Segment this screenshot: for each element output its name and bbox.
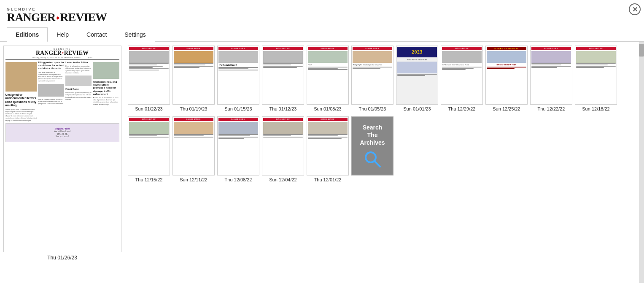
featured-thumbnail: GLENDIVE RANGER✦REVIEW Thursday, January… [3, 46, 121, 252]
list-item[interactable]: RANGER·REVIEWCPS report: New Yellowstone… [441, 46, 483, 111]
edition-date: Sun 12/04/22 [269, 177, 296, 182]
search-archives-label: SearchTheArchives [360, 124, 385, 147]
list-item[interactable]: RANGER·REVIEW Sun 12/04/22 [262, 116, 304, 182]
edition-date: Sun 01/01/23 [403, 106, 431, 111]
close-button[interactable]: ✕ [629, 3, 641, 15]
search-archives-tile[interactable]: SearchTheArchives [351, 116, 393, 175]
edition-date: Thu 01/05/23 [359, 106, 386, 111]
logo-area: GLENDIVE RANGER✦REVIEW [7, 8, 107, 23]
edition-thumbnail: RANGER·REVIEW [128, 46, 170, 105]
list-item[interactable]: Merry ChristmasRING IN THE NEW YEAR Sun … [485, 46, 528, 111]
editions-row-1: RANGER·REVIEW Sun 01/22/23 RANGER·REVIEW… [128, 46, 636, 111]
tab-editions[interactable]: Editions [7, 27, 48, 42]
list-item[interactable]: RANGER·REVIEW Sun 12/18/22 [575, 46, 617, 111]
edition-date: Sun 12/18/22 [582, 106, 609, 111]
edition-thumbnail: RANGER·REVIEWIt's the Wild West! [217, 46, 259, 105]
tab-contact[interactable]: Contact [78, 27, 116, 42]
list-item[interactable]: RANGER·REVIEW Thu 12/01/22 [307, 116, 349, 182]
list-item[interactable]: RANGER·REVIEW Thu 12/22/22 [530, 46, 572, 111]
featured-newspaper: GLENDIVE RANGER✦REVIEW Thursday, January… [4, 46, 121, 252]
svg-line-1 [375, 161, 380, 167]
scrollbar-thumb[interactable] [639, 44, 644, 57]
editions-row-2: RANGER·REVIEW Thu 12/15/22 RANGER-RANGER… [128, 116, 636, 182]
edition-thumbnail: RANGER·REVIEW [575, 46, 617, 105]
list-item[interactable]: 2023RING IN THE NEW YEAR Sun 01/01/23 [396, 46, 438, 111]
list-item[interactable]: RANGER-RANGER Sun 12/11/22 [172, 116, 215, 182]
edition-thumbnail: RANGER·REVIEW [530, 46, 572, 105]
logo-main: RANGER✦REVIEW [7, 11, 107, 23]
edition-date: Thu 12/08/22 [225, 177, 252, 182]
edition-date: Thu 12/15/22 [135, 177, 163, 182]
nav-tabs: Editions Help Contact Settings [0, 27, 644, 42]
featured-label: Thu 01/26/23 [47, 255, 77, 261]
edition-thumbnail: RANGER·REVIEW [262, 116, 304, 175]
edition-date: Thu 12/29/22 [448, 106, 476, 111]
search-icon [363, 150, 382, 168]
list-item[interactable]: RANGER·REVIEW Thu 01/12/23 [262, 46, 304, 111]
main-content: GLENDIVE RANGER✦REVIEW Thursday, January… [0, 42, 644, 283]
edition-date: Sun 01/08/23 [314, 106, 341, 111]
edition-date: Thu 01/19/23 [180, 106, 207, 111]
edition-thumbnail: Merry ChristmasRING IN THE NEW YEAR [485, 46, 528, 105]
edition-thumbnail: RANGER·REVIEW [217, 116, 259, 175]
editions-grid[interactable]: RANGER·REVIEW Sun 01/22/23 RANGER·REVIEW… [124, 42, 644, 283]
edition-date: Thu 12/22/22 [538, 106, 565, 111]
edition-date: Thu 01/12/23 [269, 106, 297, 111]
edition-date: Sun 01/22/23 [135, 106, 162, 111]
edition-date: Sun 01/15/23 [224, 106, 252, 111]
vertical-scrollbar[interactable] [639, 42, 644, 283]
search-archives-item[interactable]: SearchTheArchives [351, 116, 393, 182]
edition-date: Sun 12/11/22 [180, 177, 207, 182]
edition-thumbnail: RANGER·REVIEW [128, 116, 170, 175]
edition-date: Sun 12/25/22 [493, 106, 520, 111]
featured-edition[interactable]: GLENDIVE RANGER✦REVIEW Thursday, January… [0, 42, 124, 283]
list-item[interactable]: RANGER·REVIEWBridge fights electricity i… [351, 46, 393, 111]
list-item[interactable]: RANGER·REVIEW Thu 12/15/22 [128, 116, 170, 182]
edition-thumbnail: RANGER·REVIEW [307, 116, 349, 175]
header: GLENDIVE RANGER✦REVIEW [0, 0, 644, 27]
list-item[interactable]: RANGER·REVIEW Sun 01/22/23 [128, 46, 170, 111]
edition-thumbnail: RANGER·REVIEW [262, 46, 304, 105]
edition-thumbnail: RANGER·REVIEWCPS report: New Yellowstone… [441, 46, 483, 105]
edition-date: Thu 12/01/22 [314, 177, 342, 182]
edition-thumbnail: RANGER·REVIEW [172, 46, 215, 105]
logo-star: ✦ [55, 15, 60, 22]
list-item[interactable]: RANGER·REVIEWYee! Sun 01/08/23 [307, 46, 349, 111]
tab-settings[interactable]: Settings [116, 27, 155, 42]
edition-thumbnail: RANGER·REVIEWBridge fights electricity i… [351, 46, 393, 105]
edition-thumbnail: RANGER·REVIEWYee! [307, 46, 349, 105]
list-item[interactable]: RANGER·REVIEW Thu 12/08/22 [217, 116, 259, 182]
edition-thumbnail: 2023RING IN THE NEW YEAR [396, 46, 438, 105]
tab-help[interactable]: Help [48, 27, 78, 42]
edition-thumbnail: RANGER-RANGER [172, 116, 215, 175]
list-item[interactable]: RANGER·REVIEW Thu 01/19/23 [172, 46, 215, 111]
list-item[interactable]: RANGER·REVIEWIt's the Wild West! Sun 01/… [217, 46, 259, 111]
